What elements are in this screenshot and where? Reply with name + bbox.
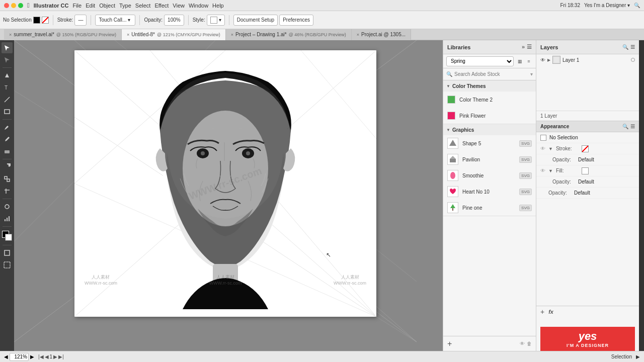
stroke-collapse[interactable]: ▼ xyxy=(548,146,553,151)
graphics-header[interactable]: ▼ Graphics xyxy=(443,124,536,135)
fill-collapse[interactable]: ▼ xyxy=(548,168,553,173)
fill-eye[interactable]: 👁 xyxy=(540,168,545,173)
layers-menu-btn[interactable]: ☰ xyxy=(630,44,635,50)
lib-pavilion[interactable]: Pavilion SVG xyxy=(443,151,536,167)
stroke-swatch[interactable] xyxy=(582,145,589,152)
menu-object[interactable]: Object xyxy=(97,2,117,10)
pencil-tool[interactable] xyxy=(2,134,13,145)
line-tool[interactable] xyxy=(2,94,13,105)
menu-view[interactable]: View xyxy=(171,2,187,10)
lib-list-view-btn[interactable]: ≡ xyxy=(525,57,533,65)
appearance-fx-btn[interactable]: fx xyxy=(548,309,553,315)
graph-tool[interactable] xyxy=(2,213,13,224)
document-setup-btn[interactable]: Document Setup xyxy=(233,15,278,26)
libraries-expand-btn[interactable]: » xyxy=(522,44,525,50)
scale-tool[interactable] xyxy=(2,173,13,185)
lib-shape5[interactable]: Shape 5 SVG xyxy=(443,135,536,151)
canvas-background: 人人素材 WWW.rr-sc.com 人人素材 WWW.rr-sc.com 人人… xyxy=(14,40,443,351)
menu-window[interactable]: Window xyxy=(187,2,210,10)
menu-type[interactable]: Type xyxy=(117,2,133,10)
appearance-opacity-row: 👁 Opacity: Default xyxy=(536,188,639,199)
fill-swatch[interactable] xyxy=(582,167,589,174)
appearance-selection-check[interactable] xyxy=(540,135,546,141)
stroke-color-box[interactable] xyxy=(42,17,49,24)
nav-first-btn[interactable]: |◀ xyxy=(38,354,44,359)
lib-heart-no10[interactable]: Heart No 10 SVG xyxy=(443,184,536,200)
nav-next-btn[interactable]: ▶ xyxy=(53,354,57,359)
menu-edit[interactable]: Edit xyxy=(84,2,97,10)
app-name[interactable]: Illustrator CC xyxy=(32,2,71,10)
portrait-svg xyxy=(132,53,318,309)
symbol-tool[interactable] xyxy=(2,201,13,212)
appearance-add-btn[interactable]: + xyxy=(540,308,544,316)
rotate-tool[interactable] xyxy=(2,161,13,172)
rect-tool[interactable] xyxy=(2,106,13,117)
transform-tool[interactable] xyxy=(2,186,13,197)
fill-color-box[interactable] xyxy=(33,17,40,24)
tab-2-close[interactable]: × xyxy=(127,32,129,37)
lib-pine-one[interactable]: Pine one SVG xyxy=(443,200,536,216)
stroke-weight-btn[interactable]: — xyxy=(74,15,87,26)
layer-1-triangle[interactable]: ▶ xyxy=(547,58,550,62)
lib-eye-btn[interactable]: 👁 xyxy=(520,341,525,346)
pen-tool[interactable] xyxy=(2,70,13,81)
apple-icon[interactable]:  xyxy=(27,2,30,9)
tab-3[interactable]: × Project – Drawing 1.ai* @ 46% (RGB/GPU… xyxy=(226,29,352,40)
lib-pink-flower[interactable]: Pink Flower xyxy=(443,108,536,124)
opacity-btn[interactable]: 100% xyxy=(164,15,184,26)
eraser-tool[interactable] xyxy=(2,146,13,157)
appearance-menu-btn[interactable]: ☰ xyxy=(630,124,635,129)
nav-prev-btn[interactable]: ◀ xyxy=(45,354,49,359)
lib-grid-view-btn[interactable]: ▦ xyxy=(516,57,524,65)
artboard-tool[interactable] xyxy=(2,259,13,270)
color-indicator[interactable] xyxy=(2,231,12,241)
lib-delete-btn[interactable]: 🗑 xyxy=(527,341,532,346)
menu-select[interactable]: Select xyxy=(133,2,153,10)
layer-1-eye[interactable]: 👁 xyxy=(540,57,545,63)
layer-1-row[interactable]: 👁 ▶ Layer 1 xyxy=(536,54,639,65)
screen-mode-btn[interactable] xyxy=(2,247,13,258)
close-btn[interactable] xyxy=(4,3,9,8)
smoothie-badge: SVG xyxy=(519,172,532,179)
libraries-menu-btn[interactable]: ☰ xyxy=(527,44,532,50)
tab-4-close[interactable]: × xyxy=(357,32,359,37)
paintbrush-tool[interactable] xyxy=(2,122,13,133)
lib-view-buttons: ▦ ≡ xyxy=(516,57,533,65)
appearance-search-btn[interactable]: 🔍 xyxy=(622,124,628,129)
zoom-input[interactable] xyxy=(10,353,29,361)
lib-add-btn[interactable]: + xyxy=(447,339,452,348)
search-icon[interactable]: 🔍 xyxy=(634,3,640,8)
touch-call-btn[interactable]: Touch Call... ▾ xyxy=(95,15,135,26)
zoom-in-btn[interactable]: ▶ xyxy=(30,354,34,359)
style-btn[interactable]: ▾ xyxy=(207,15,225,26)
background-color[interactable] xyxy=(5,234,12,241)
layers-search-btn[interactable]: 🔍 xyxy=(622,44,628,50)
preferences-btn[interactable]: Preferences xyxy=(279,15,313,26)
tab-1[interactable]: × summer_travel.ai* @ 150% (RGB/GPU Prev… xyxy=(4,29,122,40)
layers-panel: Layers 🔍 ☰ 👁 ▶ Layer 1 xyxy=(536,40,639,121)
tab-2[interactable]: × Untitled-8* @ 121% (CMYK/GPU Preview) xyxy=(122,29,226,40)
minimize-btn[interactable] xyxy=(11,3,16,8)
library-select[interactable]: Spring xyxy=(446,56,514,66)
zoom-out-btn[interactable]: ◀ xyxy=(4,354,8,359)
maximize-btn[interactable] xyxy=(18,3,23,8)
color-themes-header[interactable]: ▼ Color Themes xyxy=(443,80,536,92)
lib-search-input[interactable] xyxy=(454,70,528,78)
type-tool[interactable]: T xyxy=(2,82,13,93)
tab-1-close[interactable]: × xyxy=(9,32,12,37)
menu-file[interactable]: File xyxy=(70,2,84,10)
direct-select-tool[interactable] xyxy=(2,54,13,65)
menu-help[interactable]: Help xyxy=(210,2,226,10)
status-arrow-btn[interactable]: ▶ xyxy=(636,354,640,359)
appearance-title: Appearance xyxy=(540,124,569,129)
lib-color-theme-2[interactable]: Color Theme 2 xyxy=(443,92,536,108)
tab-3-close[interactable]: × xyxy=(231,32,233,37)
menu-effect[interactable]: Effect xyxy=(152,2,171,10)
appearance-fill-row: 👁 ▼ Fill: xyxy=(536,165,639,176)
select-tool[interactable] xyxy=(2,42,13,53)
tab-4[interactable]: × Project.ai @ 1305... xyxy=(352,29,411,40)
nav-last-btn[interactable]: ▶| xyxy=(58,354,64,359)
stroke-eye[interactable]: 👁 xyxy=(540,146,545,151)
lib-smoothie[interactable]: Smoothie SVG xyxy=(443,167,536,184)
traffic-lights xyxy=(4,3,23,8)
